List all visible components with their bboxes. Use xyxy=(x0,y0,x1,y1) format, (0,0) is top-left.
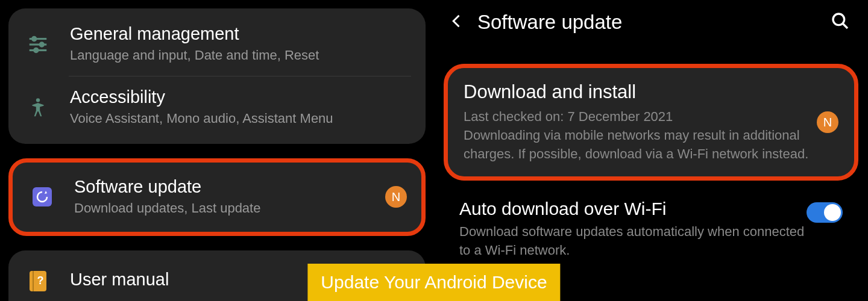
download-install-item-highlighted[interactable]: Download and install Last checked on: 7 … xyxy=(444,64,858,181)
manual-icon: ? xyxy=(23,268,53,293)
svg-point-6 xyxy=(36,98,40,102)
item-title: Software update xyxy=(74,177,385,197)
list-item-content: General management Language and input, D… xyxy=(70,24,411,65)
notification-badge: N xyxy=(385,186,407,208)
software-update-item-highlighted[interactable]: Software update Download updates, Last u… xyxy=(8,158,426,237)
item-title: Download and install xyxy=(464,81,810,103)
list-item-content: Software update Download updates, Last u… xyxy=(74,177,385,218)
item-subtitle: Download software updates automatically … xyxy=(459,223,807,260)
back-icon[interactable] xyxy=(448,13,465,32)
sliders-icon xyxy=(23,33,53,56)
list-item-content: Accessibility Voice Assistant, Mono audi… xyxy=(70,87,411,128)
svg-point-11 xyxy=(833,14,844,25)
svg-point-5 xyxy=(34,48,38,52)
accessibility-item[interactable]: Accessibility Voice Assistant, Mono audi… xyxy=(8,76,426,139)
page-title: Software update xyxy=(477,11,819,34)
item-title: Accessibility xyxy=(70,87,411,107)
item-subtitle: Voice Assistant, Mono audio, Assistant M… xyxy=(70,110,411,128)
caption-banner: Update Your Android Device xyxy=(307,264,560,301)
svg-point-1 xyxy=(33,37,36,40)
auto-download-item[interactable]: Auto download over Wi-Fi Download softwa… xyxy=(434,181,868,266)
item-content: Auto download over Wi-Fi Download softwa… xyxy=(459,199,807,260)
item-title: General management xyxy=(70,24,411,44)
settings-list-panel: General management Language and input, D… xyxy=(0,0,434,301)
item-subtitle: Language and input, Date and time, Reset xyxy=(70,46,411,65)
item-content: Download and install Last checked on: 7 … xyxy=(464,81,810,163)
notification-badge: N xyxy=(817,111,838,133)
svg-point-3 xyxy=(40,43,43,46)
search-icon[interactable] xyxy=(831,11,850,33)
page-header: Software update xyxy=(434,0,868,48)
update-icon xyxy=(27,185,57,209)
auto-download-toggle[interactable] xyxy=(807,202,843,223)
accessibility-icon xyxy=(23,96,53,119)
svg-rect-9 xyxy=(33,271,34,291)
item-subtitle: Download updates, Last update xyxy=(74,199,385,218)
software-update-panel: Software update Download and install Las… xyxy=(434,0,868,301)
svg-line-12 xyxy=(843,23,848,28)
svg-rect-7 xyxy=(33,187,52,206)
settings-card: General management Language and input, D… xyxy=(8,8,426,144)
general-management-item[interactable]: General management Language and input, D… xyxy=(8,13,426,76)
svg-text:?: ? xyxy=(37,275,44,287)
item-title: Auto download over Wi-Fi xyxy=(459,199,807,219)
item-subtitle: Last checked on: 7 December 2021 Downloa… xyxy=(464,108,810,163)
